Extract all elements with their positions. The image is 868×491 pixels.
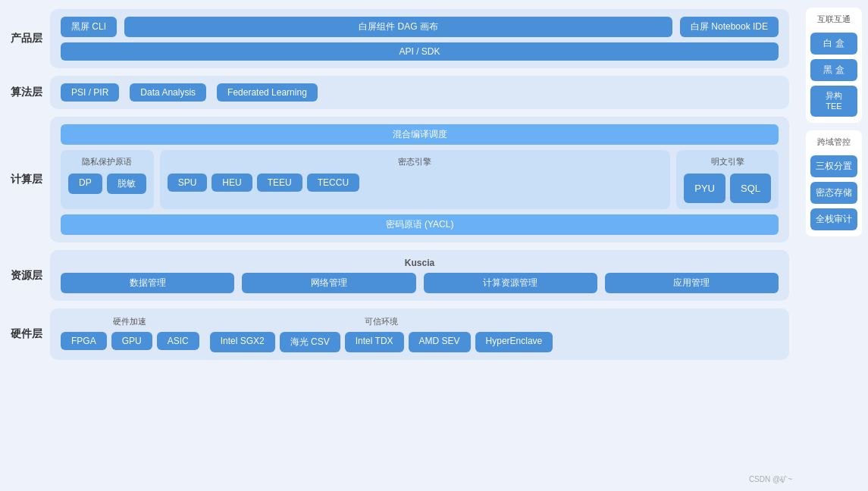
main-content: 产品层 黑屏 CLI 白屏组件 DAG 画布 白屏 Notebook IDE A… <box>0 0 800 491</box>
chip-api-sdk[interactable]: API / SDK <box>61 42 779 61</box>
chip-gpu[interactable]: GPU <box>111 332 152 350</box>
compute-box: 混合编译调度 隐私保护原语 DP 脱敏 密态引擎 SPU HEU TE <box>50 117 789 242</box>
product-row2: API / SDK <box>61 42 779 61</box>
chip-psi-pir[interactable]: PSI / PIR <box>61 83 119 102</box>
accel-chips: FPGA GPU ASIC <box>61 332 199 350</box>
chip-federated-learning[interactable]: Federated Learning <box>217 83 318 102</box>
product-row1: 黑屏 CLI 白屏组件 DAG 画布 白屏 Notebook IDE <box>61 17 779 37</box>
privacy-group: 隐私保护原语 DP 脱敏 <box>61 150 154 209</box>
chip-net-mgmt[interactable]: 网络管理 <box>242 273 415 293</box>
chip-hyperenclave[interactable]: HyperEnclave <box>475 332 553 352</box>
cross-section: 跨域管控 三权分置 密态存储 全栈审计 <box>806 130 862 236</box>
chip-spu[interactable]: SPU <box>168 174 208 192</box>
chip-amd-sev[interactable]: AMD SEV <box>409 332 471 352</box>
chip-notebook[interactable]: 白屏 Notebook IDE <box>680 17 779 37</box>
cipher-title: 密态引擎 <box>168 156 663 167</box>
algorithm-layer: 算法层 PSI / PIR Data Analysis Federated Le… <box>11 76 789 109</box>
cross-title: 跨域管控 <box>817 136 851 151</box>
cipher-chips: SPU HEU TEEU TECCU <box>168 174 663 192</box>
hardware-label: 硬件层 <box>11 327 42 341</box>
chip-sgx2[interactable]: Intel SGX2 <box>210 332 275 352</box>
chip-desensitize[interactable]: 脱敏 <box>107 174 146 194</box>
hardware-layer: 硬件层 硬件加速 FPGA GPU ASIC 可信环境 Intel SGX2 海… <box>11 308 789 360</box>
sidebar-three-rights[interactable]: 三权分置 <box>810 155 857 177</box>
chip-sql[interactable]: SQL <box>730 174 771 203</box>
compute-layer: 计算层 混合编译调度 隐私保护原语 DP 脱敏 密态引擎 SPU HEU <box>11 117 789 242</box>
sidebar-tee[interactable]: 异构 TEE <box>810 86 857 117</box>
trusted-chips: Intel SGX2 海光 CSV Intel TDX AMD SEV Hype… <box>210 332 553 352</box>
plaintext-title: 明文引擎 <box>684 156 771 167</box>
chip-heu[interactable]: HEU <box>212 174 252 192</box>
resource-layer: 资源层 Kuscia 数据管理 网络管理 计算资源管理 应用管理 <box>11 250 789 301</box>
hardware-accel-group: 硬件加速 FPGA GPU ASIC <box>61 316 199 352</box>
algorithm-label: 算法层 <box>11 86 42 99</box>
sidebar-black-box[interactable]: 黑 盒 <box>810 59 857 81</box>
chip-fpga[interactable]: FPGA <box>61 332 107 350</box>
chip-teccu[interactable]: TECCU <box>307 174 359 192</box>
kuscia-title: Kuscia <box>61 258 779 268</box>
accel-title: 硬件加速 <box>61 316 199 327</box>
compute-label: 计算层 <box>11 173 42 186</box>
sidebar: 互联互通 白 盒 黑 盒 异构 TEE 跨域管控 三权分置 密态存储 全栈审计 <box>800 0 868 491</box>
plaintext-chips: PYU SQL <box>684 174 771 203</box>
chip-asic[interactable]: ASIC <box>157 332 199 350</box>
chip-csv[interactable]: 海光 CSV <box>280 332 340 352</box>
privacy-chips: DP 脱敏 <box>68 174 146 194</box>
sidebar-full-audit[interactable]: 全栈审计 <box>810 208 857 230</box>
compute-top: 混合编译调度 <box>61 124 779 145</box>
plaintext-group: 明文引擎 PYU SQL <box>676 150 779 209</box>
product-layer: 产品层 黑屏 CLI 白屏组件 DAG 画布 白屏 Notebook IDE A… <box>11 9 789 68</box>
interop-section: 互联互通 白 盒 黑 盒 异构 TEE <box>806 8 862 123</box>
resource-chips: 数据管理 网络管理 计算资源管理 应用管理 <box>61 273 779 293</box>
product-label: 产品层 <box>11 32 42 45</box>
product-box: 黑屏 CLI 白屏组件 DAG 画布 白屏 Notebook IDE API /… <box>50 9 789 68</box>
chip-app-mgmt[interactable]: 应用管理 <box>605 273 779 293</box>
chip-data-mgmt[interactable]: 数据管理 <box>61 273 234 293</box>
compute-bottom: 密码原语 (YACL) <box>61 214 779 235</box>
privacy-title: 隐私保护原语 <box>68 156 146 167</box>
chip-teeu[interactable]: TEEU <box>257 174 302 192</box>
hardware-trusted-group: 可信环境 Intel SGX2 海光 CSV Intel TDX AMD SEV… <box>210 316 553 352</box>
cipher-group: 密态引擎 SPU HEU TEEU TECCU <box>160 150 671 209</box>
chip-dag[interactable]: 白屏组件 DAG 画布 <box>124 17 672 37</box>
chip-tdx[interactable]: Intel TDX <box>345 332 404 352</box>
chip-cli[interactable]: 黑屏 CLI <box>61 17 117 37</box>
watermark: CSDN @矿~ <box>749 474 792 485</box>
algorithm-box: PSI / PIR Data Analysis Federated Learni… <box>50 76 789 109</box>
sidebar-cipher-storage[interactable]: 密态存储 <box>810 182 857 204</box>
sidebar-white-box[interactable]: 白 盒 <box>810 33 857 55</box>
chip-compute-mgmt[interactable]: 计算资源管理 <box>424 273 597 293</box>
resource-box: Kuscia 数据管理 网络管理 计算资源管理 应用管理 <box>50 250 789 301</box>
chip-dp[interactable]: DP <box>68 174 102 194</box>
interop-title: 互联互通 <box>817 14 851 28</box>
compute-middle: 隐私保护原语 DP 脱敏 密态引擎 SPU HEU TEEU TECCU <box>61 150 779 209</box>
hardware-box: 硬件加速 FPGA GPU ASIC 可信环境 Intel SGX2 海光 CS… <box>50 308 789 360</box>
hardware-groups: 硬件加速 FPGA GPU ASIC 可信环境 Intel SGX2 海光 CS… <box>61 316 779 352</box>
trusted-title: 可信环境 <box>210 316 553 327</box>
chip-data-analysis[interactable]: Data Analysis <box>130 83 206 102</box>
chip-pyu[interactable]: PYU <box>684 174 725 203</box>
resource-label: 资源层 <box>11 269 42 283</box>
